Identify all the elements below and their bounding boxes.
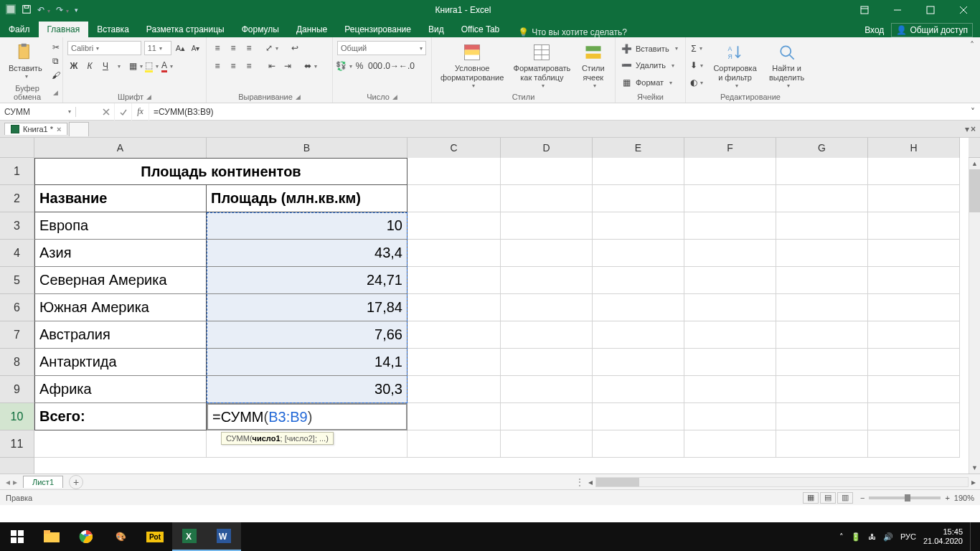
cell[interactable] [501, 294, 593, 321]
autosum-icon[interactable]: Σ▾ [690, 42, 703, 55]
shrink-font-icon[interactable]: A▾ [189, 42, 202, 55]
select-all-corner[interactable] [0, 138, 34, 158]
cell[interactable] [868, 294, 960, 321]
vertical-scrollbar[interactable]: ▲ ▼ [969, 158, 980, 474]
cell[interactable] [684, 294, 776, 321]
number-format-combo[interactable]: Общий▾ [337, 41, 426, 55]
input-language[interactable]: РУС [900, 532, 916, 541]
clear-icon[interactable]: ◐▾ [690, 76, 703, 89]
copy-icon[interactable]: ⧉ [50, 55, 62, 67]
increase-decimal-icon[interactable]: .0→ [385, 60, 397, 72]
zoom-out-button[interactable]: − [860, 494, 864, 502]
wrap-text-icon[interactable]: ↩ [288, 42, 301, 55]
cell[interactable] [776, 240, 868, 267]
cell[interactable] [593, 294, 684, 321]
tab-data[interactable]: Данные [288, 22, 336, 37]
delete-cells-icon[interactable]: ➖ [620, 59, 633, 72]
workbook-tab[interactable]: Книга1 * × [4, 123, 67, 135]
cell[interactable] [868, 158, 960, 185]
row-header-9[interactable]: 9 [0, 376, 34, 403]
paste-button[interactable]: Вставить ▾ [4, 40, 47, 83]
tab-view[interactable]: Вид [420, 22, 453, 37]
enter-formula-button[interactable] [115, 103, 132, 121]
cell[interactable]: Название [34, 185, 207, 212]
tab-home[interactable]: Главная [39, 22, 89, 37]
column-header-F[interactable]: F [684, 138, 776, 158]
sign-in-link[interactable]: Вход [864, 25, 884, 35]
cell[interactable] [593, 321, 684, 349]
align-center-icon[interactable]: ≡ [227, 60, 240, 72]
tray-expand-icon[interactable]: ˄ [839, 532, 844, 542]
column-header-C[interactable]: C [407, 138, 501, 158]
cell[interactable] [407, 212, 501, 240]
editing-cell[interactable]: =СУММ(B3:B9) [207, 403, 407, 430]
cell[interactable]: Всего: [34, 403, 207, 430]
page-break-view-button[interactable]: ▥ [837, 492, 853, 504]
cell[interactable] [684, 321, 776, 349]
cell[interactable]: 30,3 [207, 376, 407, 403]
cell[interactable] [407, 158, 501, 185]
normal-view-button[interactable]: ▦ [803, 492, 819, 504]
expand-formula-bar-icon[interactable]: ˅ [966, 107, 980, 117]
cell[interactable] [407, 430, 501, 458]
row-header-5[interactable]: 5 [0, 267, 34, 294]
cell[interactable]: Южная Америка [34, 294, 207, 321]
tab-insert[interactable]: Вставка [88, 22, 138, 37]
cell[interactable] [593, 240, 684, 267]
cell[interactable]: Северная Америка [34, 267, 207, 294]
sheet-nav-first-icon[interactable]: ◂ [6, 477, 10, 487]
cell[interactable] [501, 403, 593, 430]
zoom-in-button[interactable]: + [945, 494, 949, 502]
cell[interactable]: 17,84 [207, 294, 407, 321]
start-button[interactable] [0, 522, 34, 551]
cell[interactable] [776, 430, 868, 458]
align-right-icon[interactable]: ≡ [242, 60, 255, 72]
tab-formulas[interactable]: Формулы [233, 22, 288, 37]
cell[interactable] [776, 321, 868, 349]
cell[interactable] [593, 403, 684, 430]
cell[interactable]: Антарктида [34, 349, 207, 376]
excel-taskbar-icon[interactable]: X [172, 522, 207, 551]
close-button[interactable] [947, 0, 980, 20]
font-size-combo[interactable]: 11▾ [144, 41, 171, 55]
cell[interactable] [868, 403, 960, 430]
column-header-E[interactable]: E [593, 138, 684, 158]
fill-color-icon[interactable]: ⬚▾ [145, 60, 158, 72]
font-name-combo[interactable]: Calibri▾ [67, 41, 141, 55]
cell[interactable] [501, 321, 593, 349]
zoom-level[interactable]: 190% [954, 494, 974, 502]
cell[interactable] [684, 212, 776, 240]
cell[interactable]: 24,71 [207, 267, 407, 294]
cell[interactable] [868, 267, 960, 294]
cell[interactable] [501, 240, 593, 267]
show-desktop-button[interactable] [970, 522, 974, 551]
file-explorer-icon[interactable] [34, 522, 69, 551]
find-select-button[interactable]: Найти и выделить▾ [763, 40, 811, 91]
delete-cells-label[interactable]: Удалить [636, 61, 666, 70]
battery-icon[interactable]: 🔋 [851, 532, 861, 542]
cell[interactable] [593, 349, 684, 376]
wbtabs-close-all-icon[interactable]: × [971, 124, 976, 134]
close-workbook-icon[interactable]: × [57, 125, 61, 133]
tab-review[interactable]: Рецензирование [336, 22, 420, 37]
redo-icon[interactable]: ↷▾ [56, 5, 69, 15]
cell[interactable] [407, 185, 501, 212]
undo-icon[interactable]: ↶▾ [37, 5, 50, 15]
align-middle-icon[interactable]: ≡ [227, 42, 240, 55]
row-header-11[interactable]: 11 [0, 430, 34, 458]
tab-file[interactable]: Файл [0, 22, 39, 37]
page-layout-view-button[interactable]: ▤ [820, 492, 836, 504]
format-as-table-button[interactable]: Форматировать как таблицу▾ [508, 40, 575, 91]
conditional-formatting-button[interactable]: Условное форматирование▾ [436, 40, 508, 91]
maximize-button[interactable] [914, 0, 947, 20]
zoom-slider[interactable] [869, 496, 941, 499]
cell[interactable] [684, 430, 776, 458]
bold-button[interactable]: Ж [67, 60, 80, 72]
clipboard-dialog-icon[interactable]: ◢ [53, 89, 58, 96]
cell-title[interactable]: Площадь континентов [34, 158, 407, 185]
insert-cells-label[interactable]: Вставить [636, 44, 669, 53]
cell[interactable]: Австралия [34, 321, 207, 349]
sheet-nav-last-icon[interactable]: ▸ [13, 477, 17, 487]
cell[interactable] [501, 212, 593, 240]
cell[interactable] [684, 403, 776, 430]
